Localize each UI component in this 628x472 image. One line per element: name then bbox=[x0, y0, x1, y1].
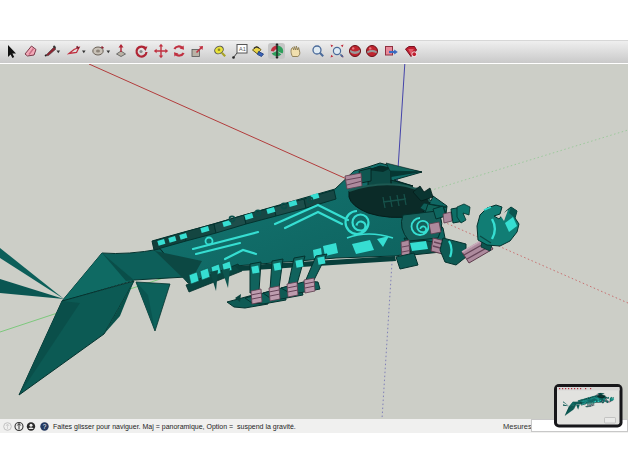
svg-text:A1: A1 bbox=[239, 46, 246, 52]
svg-text:?: ? bbox=[43, 423, 47, 430]
